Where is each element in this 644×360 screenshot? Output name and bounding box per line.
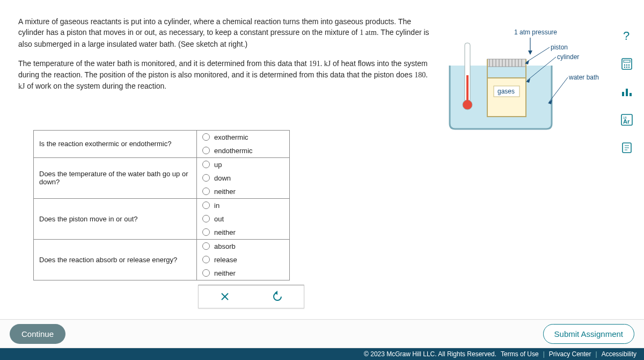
svg-point-34 xyxy=(624,67,625,68)
option-label: release xyxy=(214,256,237,264)
option-label: in xyxy=(214,201,219,210)
option-label: down xyxy=(214,174,231,182)
calculator-icon[interactable] xyxy=(618,55,636,73)
answer-actions xyxy=(198,285,304,308)
svg-marker-1 xyxy=(528,51,532,55)
svg-rect-39 xyxy=(630,93,632,96)
svg-point-32 xyxy=(626,64,627,66)
continue-button[interactable]: Continue xyxy=(10,324,65,344)
option-neither[interactable]: neither xyxy=(197,185,289,198)
bottom-bar: Continue Submit Assignment xyxy=(0,319,644,348)
gases-label: gases xyxy=(497,88,515,95)
option-absorb[interactable]: absorb xyxy=(197,240,289,253)
svg-text:?: ? xyxy=(623,29,630,42)
option-out[interactable]: out xyxy=(197,212,289,226)
apparatus-diagram: 1 atm pressure piston cylinder water bat… xyxy=(444,27,600,129)
cylinder-label: cylinder xyxy=(557,53,579,61)
prompt-text: of work on the system during the reactio… xyxy=(25,82,166,90)
option-release[interactable]: release xyxy=(197,253,289,267)
svg-marker-49 xyxy=(275,291,277,295)
clear-icon[interactable] xyxy=(215,289,235,305)
svg-rect-6 xyxy=(487,78,526,117)
option-label: neither xyxy=(214,228,236,236)
table-row: Does the temperature of the water bath g… xyxy=(34,157,290,198)
reset-icon[interactable] xyxy=(268,289,287,305)
tool-sidebar: ? 18Ar xyxy=(615,27,639,157)
option-down[interactable]: down xyxy=(197,171,289,185)
option-label: up xyxy=(214,161,222,169)
option-label: out xyxy=(214,215,224,223)
heat-value: 191. kJ xyxy=(309,60,331,68)
terms-link[interactable]: Terms of Use xyxy=(501,350,539,358)
table-row: Does the piston move in or out? in out n… xyxy=(34,198,290,239)
svg-text:Ar: Ar xyxy=(623,118,630,125)
submit-assignment-button[interactable]: Submit Assignment xyxy=(543,324,634,344)
svg-rect-38 xyxy=(626,89,628,96)
copyright: © 2023 McGraw Hill LLC. All Rights Reser… xyxy=(364,350,496,358)
table-row: Does the reaction absorb or release ener… xyxy=(34,239,290,280)
question-label: Does the temperature of the water bath g… xyxy=(34,157,197,198)
svg-point-35 xyxy=(626,67,627,68)
svg-point-33 xyxy=(628,64,630,66)
option-label: endothermic xyxy=(214,147,253,155)
option-label: absorb xyxy=(214,242,236,250)
piston-label: piston xyxy=(551,44,568,51)
option-label: neither xyxy=(214,269,236,277)
question-table: Is the reaction exothermic or endothermi… xyxy=(33,130,290,280)
reference-icon[interactable] xyxy=(618,139,636,157)
periodic-table-icon[interactable]: 18Ar xyxy=(618,111,636,129)
option-up[interactable]: up xyxy=(197,158,289,171)
option-endothermic[interactable]: endothermic xyxy=(197,144,289,157)
question-label: Is the reaction exothermic or endothermi… xyxy=(34,130,197,157)
footer: © 2023 McGraw Hill LLC. All Rights Reser… xyxy=(0,348,644,360)
privacy-link[interactable]: Privacy Center xyxy=(549,350,591,358)
option-exothermic[interactable]: exothermic xyxy=(197,131,289,144)
option-label: exothermic xyxy=(214,133,248,141)
prompt-text: A mixture of gaseous reactants is put in… xyxy=(18,17,411,37)
svg-point-31 xyxy=(624,64,625,66)
problem-prompt: A mixture of gaseous reactants is put in… xyxy=(18,16,431,92)
help-icon[interactable]: ? xyxy=(618,27,636,45)
pressure-value: 1 atm xyxy=(360,28,377,37)
pressure-label: 1 atm pressure xyxy=(514,28,557,36)
svg-rect-30 xyxy=(624,60,630,62)
waterbath-label: water bath xyxy=(568,74,599,81)
question-label: Does the reaction absorb or release ener… xyxy=(34,239,197,280)
svg-rect-5 xyxy=(466,75,469,105)
svg-line-22 xyxy=(526,47,550,62)
svg-point-36 xyxy=(628,67,630,68)
option-neither[interactable]: neither xyxy=(197,226,289,239)
question-label: Does the piston move in or out? xyxy=(34,198,197,239)
svg-rect-7 xyxy=(487,59,526,67)
option-label: neither xyxy=(214,188,236,196)
svg-rect-37 xyxy=(622,92,624,96)
accessibility-link[interactable]: Accessibility xyxy=(602,350,636,358)
option-in[interactable]: in xyxy=(197,199,289,212)
option-neither[interactable]: neither xyxy=(197,267,289,280)
table-row: Is the reaction exothermic or endothermi… xyxy=(34,130,290,157)
bar-chart-icon[interactable] xyxy=(618,83,636,101)
prompt-text: The temperature of the water bath is mon… xyxy=(18,59,309,68)
